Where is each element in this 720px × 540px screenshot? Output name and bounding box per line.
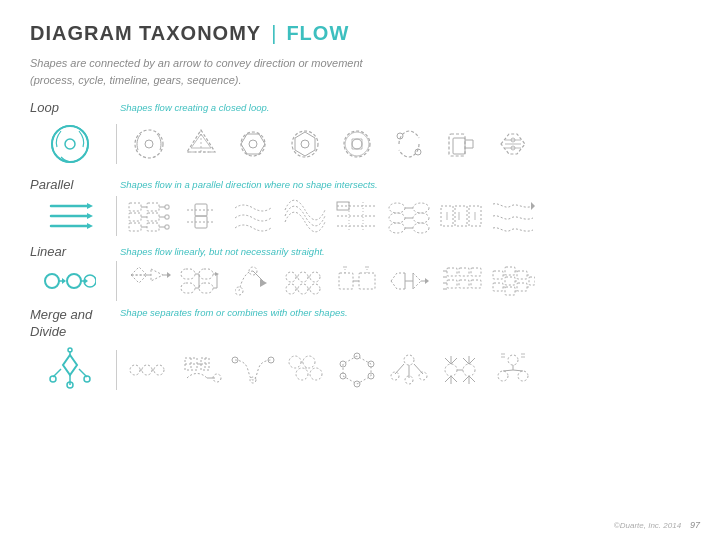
svg-point-89 <box>289 356 301 368</box>
svg-point-55 <box>286 272 296 282</box>
svg-point-83 <box>142 365 152 375</box>
loop-icons-row <box>30 117 690 171</box>
svg-point-60 <box>310 284 320 294</box>
svg-point-92 <box>310 368 322 380</box>
svg-rect-66 <box>459 268 469 276</box>
section-loop-label: Loop <box>30 100 120 115</box>
svg-point-101 <box>419 372 427 380</box>
svg-rect-12 <box>449 134 465 156</box>
linear-icon-3 <box>227 261 279 301</box>
linear-divider <box>116 261 117 301</box>
merge-divide-featured-icon <box>30 343 110 397</box>
svg-point-106 <box>498 371 508 381</box>
linear-icon-5 <box>331 261 383 301</box>
linear-icon-6 <box>383 261 435 301</box>
svg-point-57 <box>298 272 308 282</box>
intro-text: Shapes are connected by an arrow to conv… <box>30 55 690 88</box>
svg-point-31 <box>389 203 405 213</box>
parallel-icon-5 <box>331 196 383 236</box>
loop-icon-7 <box>435 124 487 164</box>
section-linear-label: Linear <box>30 244 120 259</box>
svg-point-8 <box>344 131 370 157</box>
svg-marker-39 <box>62 278 66 284</box>
linear-icon-4 <box>279 261 331 301</box>
svg-rect-67 <box>459 280 469 288</box>
svg-rect-61 <box>339 273 353 289</box>
svg-point-40 <box>67 274 81 288</box>
parallel-icon-2 <box>175 196 227 236</box>
svg-marker-16 <box>87 203 93 209</box>
svg-rect-75 <box>517 271 527 279</box>
svg-marker-44 <box>131 275 147 283</box>
svg-rect-25 <box>165 205 169 209</box>
linear-icon-8 <box>487 261 539 301</box>
svg-rect-68 <box>471 268 481 276</box>
svg-point-35 <box>413 213 429 223</box>
parallel-icons-row <box>30 194 690 238</box>
svg-rect-65 <box>447 280 457 288</box>
header-divider: | <box>271 22 276 45</box>
svg-rect-71 <box>493 283 503 291</box>
loop-icon-2 <box>175 124 227 164</box>
svg-rect-64 <box>447 268 457 276</box>
linear-icon-1 <box>123 261 175 301</box>
loop-icon-6 <box>383 124 435 164</box>
loop-icon-3 <box>227 124 279 164</box>
svg-rect-47 <box>181 269 195 279</box>
svg-point-2 <box>135 130 163 158</box>
parallel-icon-4 <box>279 196 331 236</box>
loop-icon-8 <box>487 124 539 164</box>
svg-point-84 <box>154 365 164 375</box>
section-merge-divide-desc: Shape separates from or combines with ot… <box>120 307 690 318</box>
svg-marker-37 <box>531 202 535 210</box>
linear-featured-icon <box>30 265 110 297</box>
svg-point-33 <box>389 223 405 233</box>
svg-point-3 <box>145 140 153 148</box>
svg-rect-50 <box>199 283 213 293</box>
svg-point-103 <box>445 364 457 376</box>
merge-divide-icon-7 <box>435 350 487 390</box>
loop-featured-icon <box>30 117 110 171</box>
svg-marker-54 <box>260 279 267 287</box>
merge-divide-icon-5 <box>331 350 383 390</box>
svg-rect-70 <box>493 271 503 279</box>
section-merge-divide: Merge andDivide Shape separates from or … <box>30 307 690 397</box>
svg-rect-74 <box>505 287 515 295</box>
svg-rect-21 <box>129 223 141 231</box>
svg-point-105 <box>508 355 518 365</box>
svg-rect-24 <box>147 223 159 231</box>
merge-divide-divider <box>116 350 117 390</box>
parallel-icon-6 <box>383 196 435 236</box>
svg-rect-22 <box>147 203 159 211</box>
svg-rect-13 <box>453 138 465 154</box>
svg-point-34 <box>413 203 429 213</box>
svg-rect-73 <box>505 277 515 285</box>
merge-divide-icon-2 <box>175 350 227 390</box>
merge-divide-icon-1 <box>123 350 175 390</box>
section-merge-divide-label: Merge andDivide <box>30 307 120 341</box>
linear-icon-7 <box>435 261 487 301</box>
linear-icon-2 <box>175 261 227 301</box>
footer-copyright: ©Duarte, Inc. 2014 <box>614 521 681 530</box>
svg-rect-26 <box>165 215 169 219</box>
loop-icon-4 <box>279 124 331 164</box>
svg-point-59 <box>310 272 320 282</box>
page: DIAGRAM TAXONOMY | FLOW Shapes are conne… <box>0 0 720 540</box>
svg-point-99 <box>404 355 414 365</box>
svg-point-82 <box>130 365 140 375</box>
parallel-icon-7 <box>435 196 487 236</box>
parallel-divider <box>116 196 117 236</box>
svg-marker-63 <box>425 278 429 284</box>
svg-point-32 <box>389 213 405 223</box>
svg-point-6 <box>292 131 318 157</box>
svg-point-36 <box>413 223 429 233</box>
svg-marker-46 <box>167 272 171 278</box>
merge-divide-icons-row <box>30 343 690 397</box>
section-loop-desc: Shapes flow creating a closed loop. <box>120 100 690 113</box>
svg-rect-23 <box>147 213 159 221</box>
svg-rect-48 <box>181 283 195 293</box>
svg-point-1 <box>65 139 75 149</box>
page-footer: ©Duarte, Inc. 2014 97 <box>614 520 700 530</box>
parallel-icon-1 <box>123 196 175 236</box>
section-loop: Loop Shapes flow creating a closed loop. <box>30 100 690 171</box>
